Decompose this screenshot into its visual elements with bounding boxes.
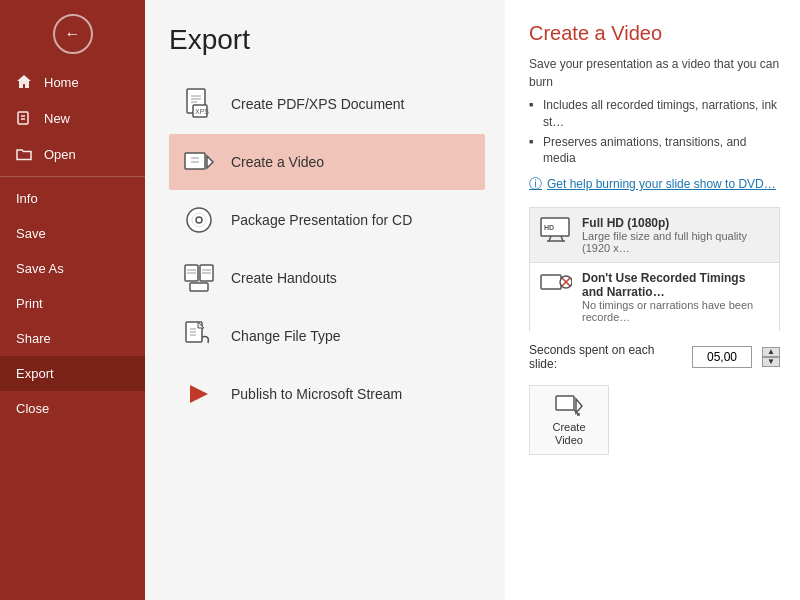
save-as-label: Save As [16, 261, 64, 276]
stream-icon [181, 376, 217, 412]
open-icon [16, 146, 34, 162]
svg-marker-27 [190, 385, 208, 403]
handouts-icon [181, 260, 217, 296]
back-icon: ← [65, 25, 81, 43]
main-content: Export XPS Create PDF/XPS Document [145, 0, 800, 600]
svg-rect-9 [185, 153, 205, 169]
sidebar-item-share[interactable]: Share [0, 321, 145, 356]
seconds-up[interactable]: ▲ [762, 347, 780, 357]
sidebar-nav-bottom: Info Save Save As Print Share Export Clo… [0, 181, 145, 426]
no-timings-text: Don't Use Recorded Timings and Narratio…… [582, 271, 769, 323]
print-label: Print [16, 296, 43, 311]
detail-title: Create a Video [529, 22, 780, 45]
export-title: Export [169, 24, 485, 56]
fullhd-title: Full HD (1080p) [582, 216, 769, 230]
filetype-label: Change File Type [231, 328, 340, 344]
detail-description: Save your presentation as a video that y… [529, 55, 780, 91]
seconds-spinner: ▲ ▼ [762, 347, 780, 367]
video-icon [181, 144, 217, 180]
no-timings-desc: No timings or narrations have been recor… [582, 299, 769, 323]
help-link-text: Get help burning your slide show to DVD… [547, 177, 776, 191]
no-timings-icon [540, 271, 572, 299]
sidebar-item-info[interactable]: Info [0, 181, 145, 216]
export-item-stream[interactable]: Publish to Microsoft Stream [169, 366, 485, 422]
fullhd-icon: HD [540, 216, 572, 244]
share-label: Share [16, 331, 51, 346]
timing-row: Seconds spent on each slide: ▲ ▼ [529, 343, 780, 371]
svg-text:XPS: XPS [195, 108, 209, 115]
pdf-icon: XPS [181, 86, 217, 122]
new-icon [16, 110, 34, 126]
sidebar-item-home[interactable]: Home [0, 64, 145, 100]
svg-rect-0 [18, 112, 28, 124]
svg-rect-33 [541, 275, 561, 289]
open-label: Open [44, 147, 76, 162]
divider-1 [0, 176, 145, 177]
video-label: Create a Video [231, 154, 324, 170]
create-video-icon [555, 395, 583, 417]
sidebar-item-open[interactable]: Open [0, 136, 145, 172]
sidebar-item-print[interactable]: Print [0, 286, 145, 321]
save-label: Save [16, 226, 46, 241]
svg-point-14 [196, 217, 202, 223]
sidebar-nav-top: Home New Open [0, 64, 145, 172]
svg-text:HD: HD [544, 224, 554, 231]
detail-panel: Create a Video Save your presentation as… [505, 0, 800, 600]
close-label: Close [16, 401, 49, 416]
pdf-label: Create PDF/XPS Document [231, 96, 405, 112]
home-label: Home [44, 75, 79, 90]
svg-rect-37 [556, 396, 574, 410]
quality-fullhd[interactable]: HD Full HD (1080p) Large file size and f… [529, 207, 780, 262]
export-label: Export [16, 366, 54, 381]
seconds-down[interactable]: ▼ [762, 357, 780, 367]
fullhd-desc: Large file size and full high quality (1… [582, 230, 769, 254]
export-panel: Export XPS Create PDF/XPS Document [145, 0, 505, 600]
sidebar-item-save[interactable]: Save [0, 216, 145, 251]
seconds-input[interactable] [692, 346, 752, 368]
handouts-label: Create Handouts [231, 270, 337, 286]
package-icon [181, 202, 217, 238]
detail-bullet-2: Preserves animations, transitions, and m… [529, 134, 780, 168]
fullhd-text: Full HD (1080p) Large file size and full… [582, 216, 769, 254]
detail-bullet-1: Includes all recorded timings, narration… [529, 97, 780, 131]
home-icon [16, 74, 34, 90]
stream-label: Publish to Microsoft Stream [231, 386, 402, 402]
filetype-icon [181, 318, 217, 354]
sidebar-item-save-as[interactable]: Save As [0, 251, 145, 286]
no-timings-title: Don't Use Recorded Timings and Narratio… [582, 271, 769, 299]
info-label: Info [16, 191, 38, 206]
sidebar: ← Home New [0, 0, 145, 600]
new-label: New [44, 111, 70, 126]
svg-rect-22 [190, 283, 208, 291]
help-icon: ⓘ [529, 175, 542, 193]
create-video-button[interactable]: CreateVideo [529, 385, 609, 455]
detail-bullets: Includes all recorded timings, narration… [529, 97, 780, 167]
sidebar-item-close[interactable]: Close [0, 391, 145, 426]
export-item-handouts[interactable]: Create Handouts [169, 250, 485, 306]
export-item-pdf[interactable]: XPS Create PDF/XPS Document [169, 76, 485, 132]
svg-marker-10 [207, 156, 213, 168]
sidebar-item-export[interactable]: Export [0, 356, 145, 391]
export-item-filetype[interactable]: Change File Type [169, 308, 485, 364]
help-link[interactable]: ⓘ Get help burning your slide show to DV… [529, 175, 780, 193]
sidebar-item-new[interactable]: New [0, 100, 145, 136]
quality-no-timings[interactable]: Don't Use Recorded Timings and Narratio…… [529, 262, 780, 331]
export-item-video[interactable]: Create a Video [169, 134, 485, 190]
create-video-label: CreateVideo [552, 421, 585, 447]
back-button[interactable]: ← [53, 14, 93, 54]
seconds-label: Seconds spent on each slide: [529, 343, 682, 371]
export-item-package[interactable]: Package Presentation for CD [169, 192, 485, 248]
package-label: Package Presentation for CD [231, 212, 412, 228]
svg-marker-38 [576, 399, 582, 413]
